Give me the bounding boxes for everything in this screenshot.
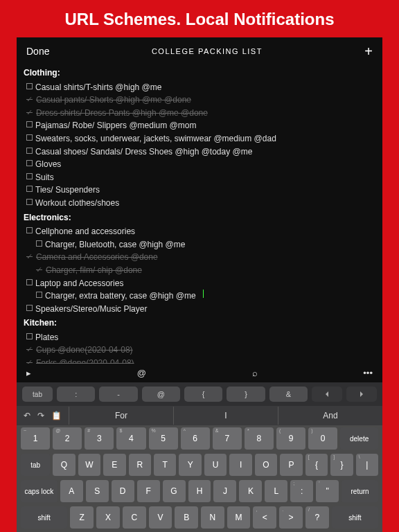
list-item[interactable]: ✓Camera and Accessories @done: [24, 251, 375, 264]
document-content[interactable]: Clothing:Casual shirts/T-shirts @high @m…: [17, 65, 382, 364]
checkbox-icon[interactable]: [26, 227, 33, 233]
symbol-key[interactable]: [{: [305, 454, 328, 476]
checkbox-icon[interactable]: [26, 134, 33, 141]
list-item[interactable]: Gloves: [24, 158, 375, 171]
checkbox-icon[interactable]: [36, 240, 42, 247]
tab-key[interactable]: tab: [21, 454, 50, 476]
list-item[interactable]: ✓Casual pants/ Shorts @high @me @done: [24, 94, 375, 107]
return-key[interactable]: return: [342, 480, 378, 502]
undo-icon[interactable]: ↶: [24, 411, 30, 420]
list-item[interactable]: Speakers/Stereo/Music Player: [24, 303, 375, 316]
num-key[interactable]: &7: [213, 427, 242, 450]
list-item[interactable]: Ties/ Suspenders: [24, 184, 375, 197]
letter-key[interactable]: A: [60, 480, 83, 502]
letter-key[interactable]: P: [280, 454, 302, 476]
num-key[interactable]: )0: [308, 427, 337, 450]
letter-key[interactable]: C: [123, 506, 146, 529]
letter-key[interactable]: X: [96, 506, 120, 529]
checkbox-icon[interactable]: [36, 292, 42, 298]
fn-key[interactable]: {: [184, 387, 222, 402]
num-key[interactable]: (9: [276, 427, 305, 450]
letter-key[interactable]: Y: [179, 454, 201, 476]
at-icon[interactable]: @: [137, 368, 146, 378]
list-item[interactable]: Casual shoes/ Sandals/ Dress Shoes @high…: [24, 145, 375, 159]
list-item[interactable]: ✓Dress shirts/ Dress Pants @high @me @do…: [24, 107, 375, 120]
letter-key[interactable]: N: [201, 506, 224, 529]
fn-tab-key[interactable]: tab: [22, 387, 53, 402]
checkbox-icon[interactable]: [26, 279, 33, 285]
checkbox-icon[interactable]: [26, 186, 33, 192]
add-button[interactable]: +: [364, 44, 373, 58]
letter-key[interactable]: Q: [53, 454, 75, 476]
checkbox-icon[interactable]: [26, 121, 33, 127]
list-item[interactable]: Charger, extra battery, case @high @me: [24, 290, 375, 303]
letter-key[interactable]: I: [229, 454, 251, 476]
list-item[interactable]: Cellphone and accessories: [24, 225, 375, 238]
num-key[interactable]: ^6: [181, 427, 210, 450]
suggestion-word[interactable]: For: [69, 407, 173, 425]
checkbox-icon[interactable]: [26, 148, 33, 154]
shift-key[interactable]: shift: [21, 506, 67, 529]
list-item[interactable]: Sweaters, socks, underwear, jackets, swi…: [24, 132, 375, 145]
letter-key[interactable]: F: [137, 480, 160, 502]
letter-key[interactable]: V: [149, 506, 172, 529]
list-item[interactable]: Suits: [24, 171, 375, 184]
letter-key[interactable]: R: [129, 454, 151, 476]
symbol-key[interactable]: ,<: [253, 506, 276, 529]
letter-key[interactable]: B: [175, 506, 198, 529]
num-key[interactable]: @2: [53, 427, 82, 450]
num-key[interactable]: *8: [245, 427, 274, 450]
shift-key[interactable]: shift: [332, 506, 378, 529]
num-key[interactable]: #3: [85, 427, 114, 450]
letter-key[interactable]: K: [239, 480, 262, 502]
symbol-key[interactable]: .>: [279, 506, 303, 529]
symbol-key[interactable]: '": [316, 480, 339, 502]
checkbox-icon[interactable]: [26, 199, 33, 205]
letter-key[interactable]: S: [86, 480, 109, 502]
checkbox-icon[interactable]: [26, 305, 33, 311]
symbol-key[interactable]: ]}: [330, 454, 353, 476]
checkbox-icon[interactable]: [26, 333, 33, 339]
fn-key[interactable]: :: [57, 387, 95, 402]
fn-key[interactable]: -: [99, 387, 137, 402]
fn-key[interactable]: &: [269, 387, 308, 402]
checkbox-icon[interactable]: [26, 173, 33, 179]
capslock-key[interactable]: caps lock: [21, 480, 57, 502]
letter-key[interactable]: H: [188, 480, 211, 502]
symbol-key[interactable]: ;:: [290, 480, 313, 502]
letter-key[interactable]: E: [103, 454, 125, 476]
letter-key[interactable]: J: [213, 480, 236, 502]
checkbox-icon[interactable]: [26, 160, 33, 166]
letter-key[interactable]: T: [154, 454, 176, 476]
arrow-right-key[interactable]: [346, 387, 377, 402]
delete-key[interactable]: delete: [340, 427, 378, 450]
num-key[interactable]: $4: [116, 427, 145, 450]
list-item[interactable]: Pajamas/ Robe/ Slippers @medium @mom: [24, 119, 375, 132]
list-item[interactable]: ✓Forks @done(2020-04-08): [24, 357, 375, 364]
list-item[interactable]: Plates: [24, 331, 375, 344]
letter-key[interactable]: M: [227, 506, 251, 529]
more-icon[interactable]: •••: [363, 368, 373, 378]
search-icon[interactable]: ⌕: [252, 368, 258, 378]
symbol-key[interactable]: /?: [305, 506, 329, 529]
letter-key[interactable]: U: [204, 454, 227, 476]
letter-key[interactable]: G: [163, 480, 186, 502]
letter-key[interactable]: L: [265, 480, 287, 502]
play-icon[interactable]: ▸: [26, 368, 31, 378]
suggestion-word[interactable]: And: [278, 407, 382, 425]
fn-key[interactable]: }: [227, 387, 265, 402]
arrow-left-key[interactable]: [312, 387, 342, 402]
letter-key[interactable]: Z: [70, 506, 94, 529]
letter-key[interactable]: D: [112, 480, 134, 502]
list-item[interactable]: ✓Charger, film/ chip @done: [24, 264, 375, 277]
done-button[interactable]: Done: [26, 46, 49, 57]
suggestion-word[interactable]: I: [173, 407, 278, 425]
symbol-key[interactable]: \|: [356, 454, 378, 476]
fn-key[interactable]: @: [142, 387, 180, 402]
list-item[interactable]: Charger, Bluetooth, case @high @me: [24, 238, 375, 251]
checkbox-icon[interactable]: [26, 83, 33, 89]
list-item[interactable]: Workout clothes/shoes: [24, 197, 375, 210]
clipboard-icon[interactable]: 📋: [51, 411, 62, 420]
letter-key[interactable]: O: [255, 454, 277, 476]
redo-icon[interactable]: ↷: [37, 411, 44, 420]
